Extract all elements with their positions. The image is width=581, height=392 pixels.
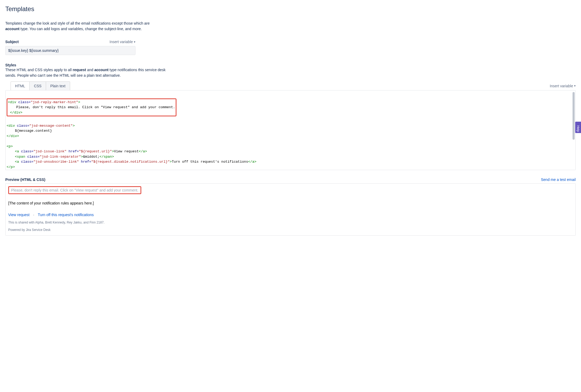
turn-off-notifications-link[interactable]: Turn off this request's notifications	[38, 213, 94, 217]
view-request-link[interactable]: View request	[8, 213, 30, 217]
help-tab[interactable]: Help	[575, 122, 581, 133]
chevron-down-icon: ▾	[574, 84, 576, 88]
editor-tabs: HTML CSS Plain text	[11, 81, 70, 90]
insert-variable-subject[interactable]: Insert variable ▾	[110, 40, 135, 44]
preview-powered-by: Powered by Jira Service Desk	[8, 228, 573, 232]
desc-text-post: type. You can add logos and variables, c…	[20, 27, 142, 31]
code-editor[interactable]: <div class="jsd-reply-marker-hint"> Plea…	[5, 90, 576, 170]
tab-plain-text[interactable]: Plain text	[46, 82, 70, 90]
page-title: Templates	[5, 5, 576, 13]
chevron-down-icon: ▾	[134, 40, 135, 44]
styles-label: Styles	[5, 63, 576, 67]
send-test-email-link[interactable]: Send me a test email	[541, 177, 576, 182]
tab-css[interactable]: CSS	[30, 82, 46, 90]
desc-text-pre: Templates change the look and style of a…	[5, 21, 150, 25]
scrollbar[interactable]	[573, 92, 575, 140]
desc-text-bold: account	[5, 27, 20, 31]
highlighted-code-block: <div class="jsd-reply-marker-hint"> Plea…	[7, 98, 176, 117]
preview-content-placeholder: [The content of your notification rules …	[8, 201, 573, 205]
preview-shared-with: This is shared with Alpha, Brett Kennedy…	[8, 221, 573, 224]
subject-label: Subject	[5, 40, 19, 44]
insert-variable-label: Insert variable	[110, 40, 133, 44]
styles-description: These HTML and CSS styles apply to all r…	[5, 67, 169, 78]
link-separator: ·	[33, 213, 34, 217]
preview-panel: Please, don't reply this email. Click on…	[5, 183, 576, 236]
preview-hint-highlight: Please, don't reply this email. Click on…	[8, 186, 141, 194]
page-description: Templates change the look and style of a…	[5, 21, 164, 32]
insert-variable-styles-label: Insert variable	[550, 84, 573, 88]
tab-html[interactable]: HTML	[11, 82, 30, 90]
subject-input[interactable]	[5, 46, 135, 55]
preview-links: View request · Turn off this request's n…	[8, 213, 573, 217]
preview-label: Preview (HTML & CSS)	[5, 177, 45, 182]
insert-variable-styles[interactable]: Insert variable ▾	[550, 84, 576, 88]
